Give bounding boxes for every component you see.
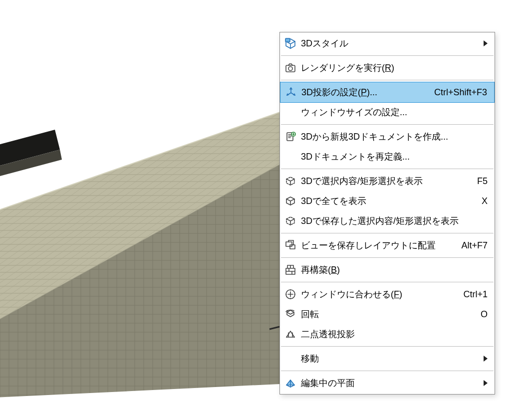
plane-icon — [284, 377, 297, 390]
menu-item-shortcut: Alt+F7 — [452, 240, 488, 251]
menu-item-label: 3Dから新規3Dドキュメントを作成... — [301, 131, 488, 143]
submenu-arrow-icon — [484, 354, 488, 364]
doc-plus-icon — [284, 130, 297, 143]
submenu-arrow-icon — [484, 38, 488, 49]
svg-point-13 — [288, 67, 292, 71]
menu-item-label: 3Dスタイル — [301, 37, 479, 49]
menu-item-shortcut: O — [472, 309, 488, 320]
blank-icon — [284, 352, 297, 365]
menu-separator — [281, 233, 494, 233]
menu-item-shortcut: Ctrl+1 — [454, 289, 488, 300]
menu-item-rebuild[interactable]: 再構築(B) — [280, 260, 495, 280]
menu-item-winsize[interactable]: ウィンドウサイズの設定... — [280, 102, 495, 122]
menu-item-render[interactable]: レンダリングを実行(R) — [280, 58, 495, 78]
menu-separator — [281, 124, 494, 125]
menu-item-showsel[interactable]: 3Dで選択内容/矩形選択を表示F5 — [280, 171, 495, 191]
svg-rect-17 — [290, 245, 295, 249]
menu-item-shortcut: Ctrl+Shift+F3 — [425, 87, 487, 98]
menu-item-label: 3D投影の設定(P)... — [301, 86, 425, 98]
bricks-icon — [284, 263, 297, 276]
menu-item-showall[interactable]: 3Dで全てを表示X — [280, 191, 495, 211]
menu-item-rotate[interactable]: 回転O — [280, 304, 495, 324]
menu-item-label: 3Dで全てを表示 — [301, 195, 473, 207]
menu-separator — [281, 346, 494, 347]
menu-item-label: 再構築(B) — [301, 264, 488, 276]
fit-icon — [284, 288, 297, 301]
menu-item-twopoint[interactable]: 二点透視投影 — [280, 324, 495, 344]
axes-icon — [284, 86, 297, 99]
camera-icon — [284, 61, 297, 74]
menu-separator — [281, 80, 494, 80]
svg-marker-20 — [484, 380, 488, 386]
blank-icon — [284, 106, 297, 119]
perspective-icon — [284, 328, 297, 341]
menu-item-proj[interactable]: 3D投影の設定(P)...Ctrl+Shift+F3 — [280, 82, 495, 103]
cube-dashed-icon — [284, 175, 297, 188]
cube-icon — [284, 195, 297, 207]
menu-separator — [281, 371, 494, 371]
menu-item-label: 回転 — [301, 308, 472, 320]
menu-item-newdoc[interactable]: 3Dから新規3Dドキュメントを作成... — [280, 127, 495, 147]
menu-separator — [281, 257, 494, 258]
rotate-icon — [284, 308, 297, 321]
menu-separator — [281, 169, 494, 169]
menu-item-style[interactable]: 3Dスタイル — [280, 33, 495, 53]
menu-item-showsaved[interactable]: 3Dで保存した選択内容/矩形選択を表示 — [280, 211, 495, 231]
svg-marker-11 — [484, 40, 488, 46]
svg-rect-16 — [286, 242, 292, 246]
context-menu: 3Dスタイルレンダリングを実行(R)3D投影の設定(P)...Ctrl+Shif… — [279, 32, 495, 395]
menu-item-label: ウィンドウに合わせる(F) — [301, 288, 454, 300]
submenu-arrow-icon — [484, 378, 488, 389]
menu-item-shortcut: F5 — [468, 176, 488, 187]
cube-box-icon — [284, 37, 297, 50]
menu-item-label: 3Dで選択内容/矩形選択を表示 — [301, 175, 468, 187]
svg-marker-19 — [484, 356, 488, 362]
menu-item-saveview[interactable]: ビューを保存しレイアウトに配置Alt+F7 — [280, 235, 495, 255]
menu-item-move[interactable]: 移動 — [280, 349, 495, 369]
menu-item-label: 編集中の平面 — [301, 377, 479, 389]
menu-item-label: 二点透視投影 — [301, 328, 488, 340]
menu-item-label: ウィンドウサイズの設定... — [301, 106, 488, 118]
menu-item-fitwin[interactable]: ウィンドウに合わせる(F)Ctrl+1 — [280, 284, 495, 304]
menu-item-label: 3Dで保存した選択内容/矩形選択を表示 — [301, 215, 488, 227]
menu-item-redoc[interactable]: 3Dドキュメントを再定義... — [280, 147, 495, 167]
menu-separator — [281, 282, 494, 282]
layout-icon — [284, 239, 297, 252]
cube-dashed-icon — [284, 214, 297, 227]
menu-item-label: ビューを保存しレイアウトに配置 — [301, 239, 452, 251]
menu-item-label: レンダリングを実行(R) — [301, 62, 488, 74]
blank-icon — [284, 150, 297, 163]
menu-item-label: 移動 — [301, 353, 479, 365]
svg-rect-10 — [285, 38, 290, 42]
menu-item-shortcut: X — [473, 196, 488, 206]
menu-item-editplane[interactable]: 編集中の平面 — [280, 373, 495, 393]
menu-item-label: 3Dドキュメントを再定義... — [301, 151, 488, 163]
menu-separator — [281, 55, 494, 56]
